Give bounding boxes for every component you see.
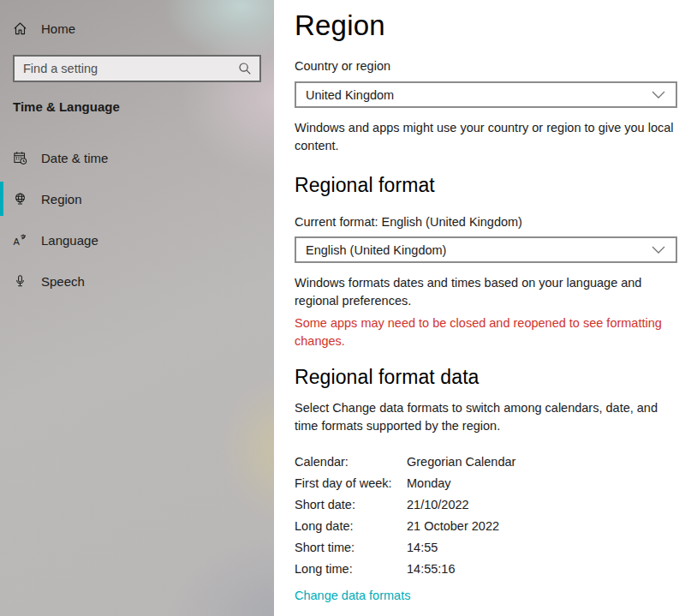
sidebar-item-label: Language — [41, 233, 98, 248]
format-data-description: Select Change data formats to switch amo… — [295, 399, 682, 435]
chevron-down-icon — [652, 91, 665, 99]
row-label: Long time: — [295, 562, 407, 576]
row-value: 14:55 — [407, 541, 438, 554]
table-row: Short date: 21/10/2022 — [295, 493, 682, 515]
sidebar-item-label: Region — [41, 192, 82, 206]
sidebar-group-title: Time & Language — [13, 99, 120, 114]
language-icon: A — [13, 233, 27, 248]
sidebar-item-label: Speech — [41, 274, 85, 289]
settings-sidebar: Home Time & Language Date & time — [0, 0, 274, 616]
regional-format-description: Windows formats dates and times based on… — [295, 274, 682, 310]
row-label: Short date: — [295, 498, 407, 511]
table-row: Long time: 14:55:16 — [295, 558, 682, 579]
table-row: Calendar: Gregorian Calendar — [295, 451, 682, 472]
row-value: Monday — [407, 476, 451, 490]
dropdown-selected-value: United Kingdom — [306, 88, 652, 102]
sidebar-item-language[interactable]: A Language — [0, 223, 274, 257]
speech-icon — [13, 274, 27, 289]
format-data-table: Calendar: Gregorian Calendar First day o… — [295, 451, 682, 579]
regional-format-dropdown[interactable]: English (United Kingdom) — [295, 236, 677, 263]
row-value: 14:55:16 — [407, 562, 455, 576]
formatting-warning-text: Some apps may need to be closed and reop… — [295, 314, 682, 350]
sidebar-item-date-time[interactable]: Date & time — [0, 141, 274, 175]
region-icon — [13, 192, 27, 206]
svg-text:A: A — [14, 236, 21, 246]
sidebar-item-home[interactable]: Home — [13, 15, 261, 41]
page-title: Region — [295, 9, 385, 42]
home-label: Home — [41, 21, 75, 36]
change-data-formats-link[interactable]: Change data formats — [295, 589, 410, 602]
country-description: Windows and apps might use your country … — [295, 119, 682, 155]
sidebar-item-region[interactable]: Region — [0, 182, 274, 216]
row-value: 21 October 2022 — [407, 519, 499, 533]
country-or-region-label: Country or region — [295, 59, 390, 73]
country-or-region-dropdown[interactable]: United Kingdom — [295, 81, 677, 108]
table-row: Short time: 14:55 — [295, 536, 682, 558]
table-row: Long date: 21 October 2022 — [295, 515, 682, 536]
row-label: Calendar: — [295, 455, 407, 469]
date-time-icon — [13, 151, 27, 165]
row-label: First day of week: — [295, 476, 407, 490]
sidebar-item-label: Date & time — [41, 151, 108, 165]
row-label: Long date: — [295, 519, 407, 533]
chevron-down-icon — [652, 246, 665, 254]
home-icon — [13, 21, 27, 36]
search-input[interactable] — [15, 57, 238, 81]
search-icon[interactable] — [238, 62, 252, 75]
region-settings-page: Region Country or region United Kingdom … — [274, 0, 697, 616]
dropdown-selected-value: English (United Kingdom) — [306, 243, 652, 257]
row-label: Short time: — [295, 541, 407, 554]
regional-format-data-heading: Regional format data — [295, 366, 480, 389]
row-value: Gregorian Calendar — [407, 455, 515, 469]
search-box — [13, 55, 261, 82]
regional-format-heading: Regional format — [295, 174, 435, 197]
current-format-label: Current format: English (United Kingdom) — [295, 215, 522, 229]
row-value: 21/10/2022 — [407, 498, 469, 511]
sidebar-item-speech[interactable]: Speech — [0, 264, 274, 298]
table-row: First day of week: Monday — [295, 472, 682, 493]
